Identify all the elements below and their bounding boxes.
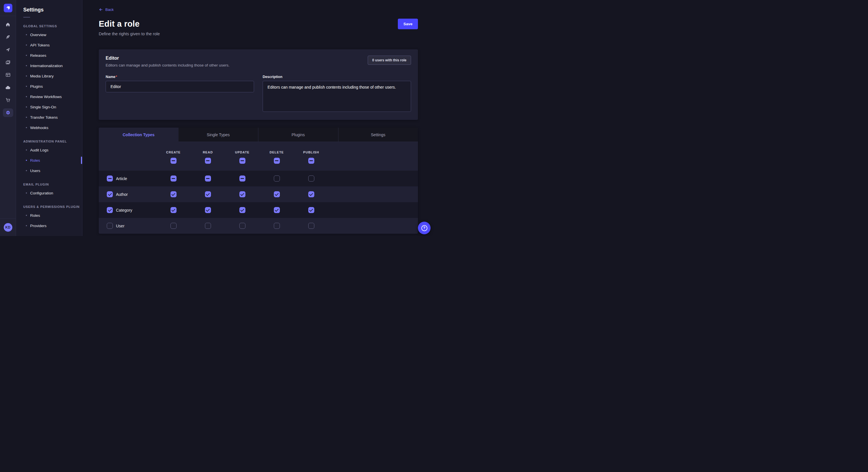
row-label: User [116, 224, 125, 228]
sidebar-item-overview[interactable]: Overview [16, 30, 82, 40]
perm-column-label: Read [203, 150, 213, 154]
select-author-row-checkbox[interactable] [107, 191, 113, 197]
article-read-checkbox[interactable] [205, 175, 211, 181]
category-publish-checkbox[interactable] [308, 207, 314, 213]
subnav-section: Users & Permissions plugin Roles Provide… [16, 205, 82, 231]
sidebar-item-label: Single Sign-On [30, 105, 56, 109]
sidebar-item-roles[interactable]: Roles [16, 155, 82, 165]
permissions-tabs: Collection TypesSingle TypesPluginsSetti… [99, 128, 418, 142]
author-publish-checkbox[interactable] [308, 191, 314, 197]
avatar[interactable]: KD [4, 223, 12, 232]
user-publish-checkbox[interactable] [308, 223, 314, 229]
perm-column-publish: Publish [294, 150, 329, 164]
category-create-checkbox[interactable] [170, 207, 177, 213]
sidebar-item-label: Roles [30, 213, 40, 217]
user-delete-checkbox[interactable] [274, 223, 280, 229]
rail-item-content-type-builder[interactable] [0, 31, 16, 43]
subnav-title-rule [23, 17, 30, 18]
author-delete-checkbox[interactable] [274, 191, 280, 197]
article-create-checkbox[interactable] [170, 175, 177, 181]
sidebar-item-providers[interactable]: Providers [16, 221, 82, 231]
sidebar-item-review-workflows[interactable]: Review Workflows [16, 92, 82, 102]
user-update-checkbox[interactable] [239, 223, 245, 229]
sidebar-item-plugins[interactable]: Plugins [16, 81, 82, 92]
tab-settings[interactable]: Settings [338, 128, 418, 142]
select-all-publish-checkbox[interactable] [308, 158, 314, 164]
bullet-icon [26, 215, 27, 216]
tab-collection-types[interactable]: Collection Types [99, 128, 179, 142]
rail-item-home[interactable] [0, 18, 16, 31]
select-user-row-checkbox[interactable] [107, 223, 113, 229]
bullet-icon [26, 170, 27, 171]
select-all-delete-checkbox[interactable] [274, 158, 280, 164]
category-update-checkbox[interactable] [239, 207, 245, 213]
paper-plane-icon [5, 47, 10, 52]
select-article-row-checkbox[interactable] [107, 175, 113, 181]
bullet-icon [26, 160, 27, 161]
users-with-role-button[interactable]: 0 users with this role [368, 56, 411, 65]
author-update-checkbox[interactable] [239, 191, 245, 197]
row-label: Author [116, 192, 128, 197]
article-delete-checkbox[interactable] [274, 175, 280, 181]
author-read-checkbox[interactable] [205, 191, 211, 197]
role-name-input[interactable] [105, 81, 254, 92]
sidebar-item-users[interactable]: Users [16, 165, 82, 176]
permissions-card: Collection TypesSingle TypesPluginsSetti… [99, 128, 418, 234]
sidebar-item-label: Releases [30, 53, 46, 58]
role-details-card: Editor Editors can manage and publish co… [99, 49, 418, 120]
rail-item-marketplace[interactable] [0, 94, 16, 106]
rail-item-content-manager[interactable] [0, 69, 16, 81]
sidebar-item-webhooks[interactable]: Webhooks [16, 123, 82, 133]
sidebar-item-internationalization[interactable]: Internationalization [16, 61, 82, 71]
subnav-title: Settings [16, 7, 82, 13]
article-update-checkbox[interactable] [239, 175, 245, 181]
select-all-read-checkbox[interactable] [205, 158, 211, 164]
sidebar-item-single-sign-on[interactable]: Single Sign-On [16, 102, 82, 112]
select-all-create-checkbox[interactable] [170, 158, 177, 164]
rail-item-settings[interactable] [0, 106, 16, 119]
sidebar-item-roles[interactable]: Roles [16, 210, 82, 221]
category-delete-checkbox[interactable] [274, 207, 280, 213]
user-read-checkbox[interactable] [205, 223, 211, 229]
select-all-update-checkbox[interactable] [239, 158, 245, 164]
strapi-mark [4, 4, 12, 12]
role-description-text: Editors can manage and publish contents … [105, 63, 229, 67]
perm-column-read: Read [191, 150, 225, 164]
sidebar-item-api-tokens[interactable]: API Tokens [16, 40, 82, 50]
sidebar-item-label: Audit Logs [30, 148, 49, 152]
select-category-row-checkbox[interactable] [107, 207, 113, 213]
rail-icon-list [0, 16, 16, 119]
perm-rows: ArticleAuthorCategoryUser [99, 171, 418, 234]
tab-single-types[interactable]: Single Types [179, 128, 258, 142]
sidebar-item-configuration[interactable]: Configuration [16, 188, 82, 198]
category-read-checkbox[interactable] [205, 207, 211, 213]
sidebar-item-label: Internationalization [30, 64, 63, 68]
tab-plugins[interactable]: Plugins [258, 128, 338, 142]
sidebar-item-audit-logs[interactable]: Audit Logs [16, 145, 82, 155]
subnav-section: Global Settings Overview API Tokens Rele… [16, 24, 82, 133]
rail-item-releases[interactable] [0, 43, 16, 56]
rail-item-media-library[interactable] [0, 56, 16, 69]
user-create-checkbox[interactable] [170, 223, 177, 229]
sidebar-item-releases[interactable]: Releases [16, 50, 82, 61]
sidebar-item-label: API Tokens [30, 43, 50, 47]
bullet-icon [26, 65, 27, 66]
back-link[interactable]: Back [99, 7, 114, 12]
subnav-sections: Global Settings Overview API Tokens Rele… [16, 24, 82, 231]
row-label: Category [116, 208, 132, 212]
sidebar-item-label: Plugins [30, 84, 43, 89]
help-button[interactable]: ? [418, 222, 431, 234]
description-field-label: Description [262, 75, 411, 79]
sidebar-item-transfer-tokens[interactable]: Transfer Tokens [16, 112, 82, 123]
article-publish-checkbox[interactable] [308, 175, 314, 181]
perm-column-label: Publish [303, 150, 319, 154]
strapi-logo-icon[interactable] [4, 4, 12, 12]
sidebar-item-media-library[interactable]: Media Library [16, 71, 82, 81]
rail-item-deploy[interactable] [0, 81, 16, 94]
question-mark-icon: ? [422, 225, 427, 231]
perm-column-create: Create [156, 150, 191, 164]
save-button[interactable]: Save [398, 19, 418, 29]
row-label: Article [116, 176, 127, 181]
author-create-checkbox[interactable] [170, 191, 177, 197]
role-description-textarea[interactable]: Editors can manage and publish contents … [262, 81, 411, 112]
